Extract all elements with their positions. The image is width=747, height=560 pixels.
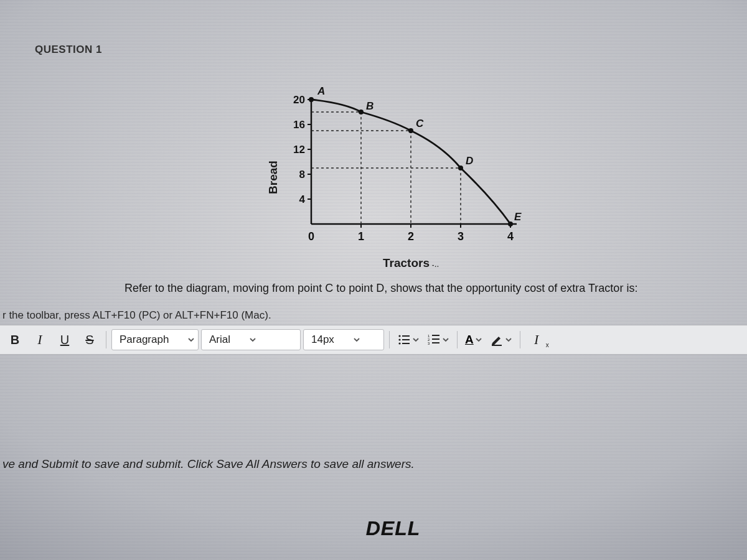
underline-button[interactable]: U [54,329,76,351]
highlighter-icon [490,333,504,347]
ppf-chart: Bread 4 8 12 16 20 0 1 [268,87,535,268]
chevron-down-icon [412,336,420,343]
svg-point-41 [398,342,400,344]
svg-point-27 [309,97,314,102]
svg-text:2: 2 [408,230,414,243]
text-color-label: A [465,333,474,347]
brand-logo: DELL [366,517,421,540]
chevron-down-icon [505,336,512,343]
strikethrough-button[interactable]: S [78,329,101,351]
footer-instructions: ve and Submit to save and submit. Click … [0,457,747,471]
question-header: QUESTION 1 [35,44,102,56]
separator [389,331,390,348]
editor-toolbar: B I U S Paragraph Arial 14px 1 [0,325,747,355]
svg-text:16: 16 [293,119,305,131]
svg-point-30 [458,166,463,170]
svg-text:0: 0 [308,230,314,243]
list-bullets-icon [397,333,411,347]
svg-text:4: 4 [507,230,514,243]
italic-button[interactable]: I [29,329,51,351]
svg-text:D: D [466,155,473,167]
chevron-down-icon [442,336,449,343]
svg-rect-46 [432,338,439,340]
text-color-button[interactable]: A [463,329,485,351]
y-axis-label: Bread [266,161,280,194]
toolbar-hint: r the toolbar, press ALT+F10 (PC) or ALT… [0,309,747,322]
svg-rect-48 [432,342,439,343]
svg-text:1: 1 [358,230,364,243]
font-size-select[interactable]: 14px [303,329,384,350]
question-text: Refer to the diagram, moving from point … [125,282,710,295]
svg-text:3: 3 [458,230,464,243]
x-axis-label: Tractors-.. [383,256,439,270]
chevron-down-icon [249,336,256,343]
svg-point-29 [408,128,413,133]
svg-rect-42 [402,343,410,344]
numbered-list-button[interactable]: 1 2 3 [425,329,452,351]
font-family-select[interactable]: Arial [201,329,301,350]
list-numbered-icon: 1 2 3 [427,333,441,347]
font-family-label: Arial [209,334,230,346]
svg-rect-38 [402,335,410,337]
svg-point-31 [508,222,513,226]
svg-text:E: E [514,211,522,223]
bulleted-list-button[interactable] [395,329,422,351]
highlight-color-button[interactable] [487,329,515,351]
paragraph-select[interactable]: Paragraph [111,329,199,350]
svg-text:12: 12 [293,144,305,156]
separator [520,331,520,348]
svg-text:8: 8 [299,169,305,180]
font-size-label: 14px [311,334,334,346]
chevron-down-icon [475,336,482,343]
paragraph-select-label: Paragraph [120,334,169,346]
chart-svg: 4 8 12 16 20 0 1 2 3 4 [286,87,523,249]
svg-text:20: 20 [293,94,305,106]
svg-text:3: 3 [428,342,430,345]
svg-text:A: A [317,87,325,97]
svg-text:4: 4 [299,194,306,205]
chevron-down-icon [187,336,195,343]
svg-point-28 [359,110,364,114]
svg-text:C: C [416,118,424,129]
clear-formatting-button[interactable]: Ix [525,329,548,351]
bold-button[interactable]: B [4,329,26,351]
svg-rect-44 [432,335,439,336]
svg-rect-49 [492,345,502,346]
separator [457,331,458,348]
separator [106,331,106,348]
svg-text:B: B [366,100,374,112]
svg-point-39 [398,338,400,340]
chevron-down-icon [353,336,360,343]
svg-rect-40 [402,339,410,340]
svg-point-37 [398,335,400,337]
